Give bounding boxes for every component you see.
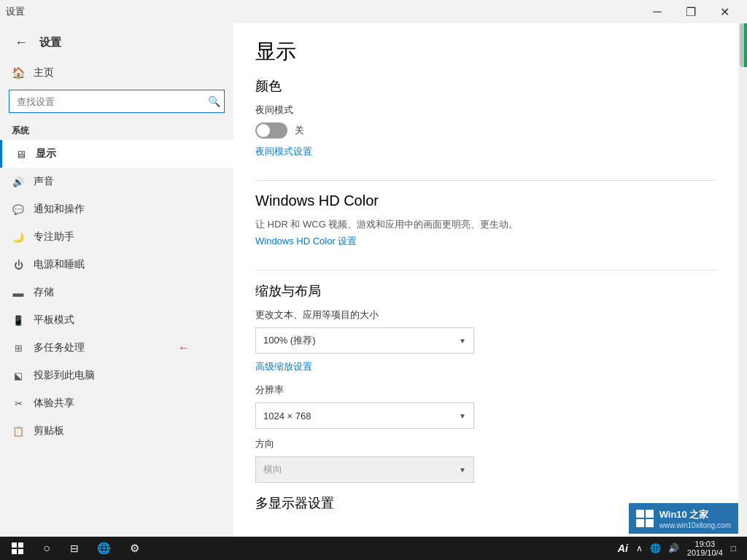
display-label: 显示 <box>36 147 56 160</box>
start-button[interactable] <box>3 537 32 560</box>
sidebar-item-tablet[interactable]: 📱 平板模式 <box>0 306 233 334</box>
wm-sq-4 <box>646 519 654 527</box>
section-label: 系统 <box>0 119 233 140</box>
night-mode-toggle[interactable] <box>255 122 287 139</box>
sidebar-item-display[interactable]: 🖥 显示 <box>0 140 233 168</box>
color-section-title: 颜色 <box>255 77 716 95</box>
sidebar-item-storage[interactable]: ▬ 存储 <box>0 279 233 306</box>
sidebar-header: ← 设置 <box>0 23 233 59</box>
tray-expand-icon[interactable]: ∧ <box>634 543 645 553</box>
sidebar-item-project[interactable]: ⬕ 投影到此电脑 <box>0 362 233 389</box>
page-title: 显示 <box>255 38 716 66</box>
sidebar-item-clipboard[interactable]: 📋 剪贴板 <box>0 417 233 445</box>
sidebar-item-power[interactable]: ⏻ 电源和睡眠 <box>0 251 233 279</box>
taskbar-app-edge[interactable]: 🌐 <box>89 537 118 560</box>
notifications-icon: 💬 <box>12 204 25 215</box>
system-clock[interactable]: 19:03 2019/10/4 <box>684 540 726 557</box>
sidebar-item-multitask[interactable]: ⊞ 多任务处理 ← <box>0 334 233 362</box>
night-mode-label: 夜间模式 <box>255 104 716 117</box>
scaling-dropdown-arrow: ▼ <box>459 337 466 345</box>
app-container: ← 设置 🏠 主页 🔍 系统 🖥 显示 🔊 声音 💬 通知和操作 � <box>0 23 747 537</box>
title-bar-controls: ─ ❐ ✕ <box>640 0 741 23</box>
hdr-description: 让 HDR 和 WCG 视频、游戏和应用中的画面更明亮、更生动。 <box>255 218 716 231</box>
watermark-text-area: Win10 之家 www.win10xitong.com <box>659 508 731 529</box>
orientation-dropdown[interactable]: 横向 ▼ <box>255 456 474 483</box>
multitask-icon: ⊞ <box>12 343 25 354</box>
back-button[interactable]: ← <box>12 32 31 53</box>
search-taskbar-button[interactable]: ○ <box>34 537 60 560</box>
minimize-button[interactable]: ─ <box>640 0 674 23</box>
tray-volume-icon[interactable]: 🔊 <box>666 543 681 553</box>
clock-time: 19:03 <box>687 540 723 548</box>
multitask-label: 多任务处理 <box>34 341 85 354</box>
scaling-value: 100% (推荐) <box>263 334 316 347</box>
hdr-settings-link[interactable]: Windows HD Color 设置 <box>255 235 357 248</box>
scaling-label: 更改文本、应用等项目的大小 <box>255 308 716 322</box>
task-view-button[interactable]: ⊟ <box>61 537 88 560</box>
system-tray: ∧ 🌐 🔊 19:03 2019/10/4 □ <box>634 540 744 557</box>
clock-date: 2019/10/4 <box>687 548 723 557</box>
wm-sq-3 <box>636 519 644 527</box>
advanced-scaling-link[interactable]: 高级缩放设置 <box>255 360 312 373</box>
tablet-label: 平板模式 <box>34 314 74 327</box>
resolution-label: 分辨率 <box>255 384 716 397</box>
focus-label: 专注助手 <box>34 230 74 244</box>
watermark-title: Win10 之家 <box>659 509 709 520</box>
project-icon: ⬕ <box>12 370 25 381</box>
watermark-logo <box>636 510 654 527</box>
tray-network-icon[interactable]: 🌐 <box>648 543 663 553</box>
title-bar-title: 设置 <box>6 5 25 18</box>
watermark: Win10 之家 www.win10xitong.com <box>629 503 738 534</box>
display-icon: 🖥 <box>14 148 27 160</box>
hdr-section-title: Windows HD Color <box>255 192 716 209</box>
wm-sq-1 <box>636 510 644 518</box>
sidebar-title: 设置 <box>39 36 61 50</box>
sidebar-item-sound[interactable]: 🔊 声音 <box>0 168 233 195</box>
share-label: 体验共享 <box>34 397 74 410</box>
orientation-label: 方向 <box>255 438 716 451</box>
night-mode-settings-link[interactable]: 夜间模式设置 <box>255 145 312 158</box>
sidebar: ← 设置 🏠 主页 🔍 系统 🖥 显示 🔊 声音 💬 通知和操作 � <box>0 23 233 537</box>
resolution-dropdown-arrow: ▼ <box>459 412 466 420</box>
sidebar-item-share[interactable]: ✂ 体验共享 <box>0 389 233 417</box>
clipboard-icon: 📋 <box>12 426 25 437</box>
wm-sq-2 <box>646 510 654 518</box>
storage-label: 存储 <box>34 286 54 299</box>
win-sq-3 <box>12 549 17 554</box>
search-input[interactable] <box>9 90 225 113</box>
scaling-dropdown[interactable]: 100% (推荐) ▼ <box>255 327 474 354</box>
scale-section: 缩放与布局 更改文本、应用等项目的大小 100% (推荐) ▼ 高级缩放设置 分… <box>255 270 716 483</box>
orientation-value: 横向 <box>263 463 282 476</box>
scale-section-title: 缩放与布局 <box>255 282 716 300</box>
ai-taskbar-icon[interactable]: Ai <box>614 542 632 554</box>
sidebar-item-notifications[interactable]: 💬 通知和操作 <box>0 195 233 223</box>
share-icon: ✂ <box>12 398 25 409</box>
taskbar-app-settings[interactable]: ⚙ <box>120 537 149 560</box>
home-label: 主页 <box>34 66 54 79</box>
ai-text: Ai <box>618 542 628 554</box>
search-box: 🔍 <box>9 90 225 113</box>
resolution-dropdown[interactable]: 747 × 560 ▼ <box>255 402 474 429</box>
orientation-dropdown-arrow: ▼ <box>459 466 466 474</box>
sidebar-item-focus[interactable]: 🌙 专注助手 <box>0 223 233 251</box>
restore-button[interactable]: ❐ <box>674 0 708 23</box>
notifications-label: 通知和操作 <box>34 203 85 216</box>
home-nav-item[interactable]: 🏠 主页 <box>0 59 233 87</box>
task-view-icon: ⊟ <box>70 542 79 554</box>
scrollbar-track[interactable] <box>738 23 747 537</box>
resolution-value: 747 × 560 <box>263 411 311 421</box>
windows-logo <box>12 542 23 554</box>
home-icon: 🏠 <box>12 66 25 79</box>
scrollbar-indicator <box>744 23 747 67</box>
win-sq-2 <box>18 542 23 548</box>
search-circle-icon: ○ <box>43 542 50 555</box>
project-label: 投影到此电脑 <box>34 369 95 382</box>
storage-icon: ▬ <box>12 287 25 299</box>
close-button[interactable]: ✕ <box>708 0 741 23</box>
search-icon: 🔍 <box>208 96 220 107</box>
taskbar: ○ ⊟ 🌐 ⚙ Ai ∧ 🌐 🔊 19:03 2019/10/4 □ <box>0 537 747 560</box>
toggle-knob <box>257 124 270 137</box>
main-content: 显示 颜色 夜间模式 关 夜间模式设置 Windows HD Color 让 H… <box>233 23 738 537</box>
notification-icon[interactable]: □ <box>729 543 738 553</box>
arrow-indicator: ← <box>178 341 190 354</box>
